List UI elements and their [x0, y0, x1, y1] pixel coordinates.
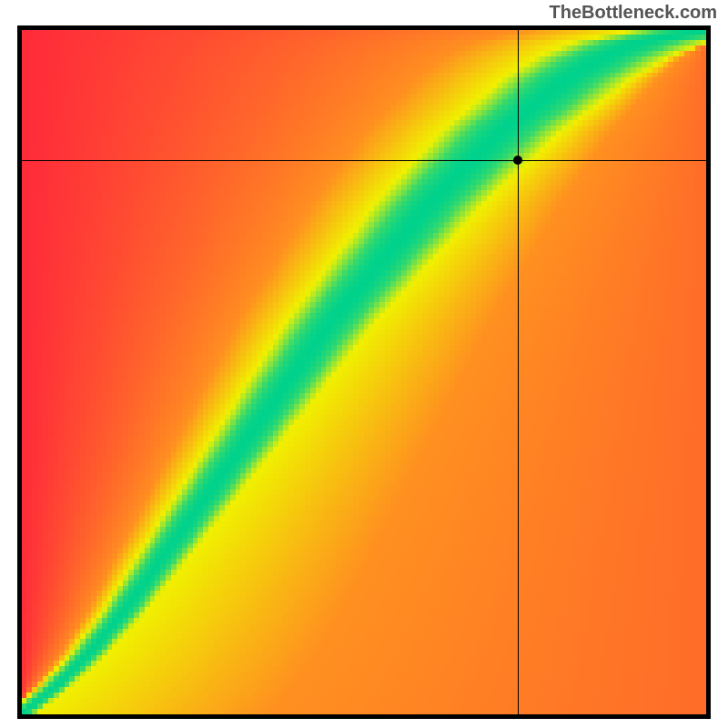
plot-frame	[17, 25, 711, 719]
crosshair-vertical	[518, 30, 519, 714]
heatmap-canvas	[22, 30, 706, 714]
crosshair-horizontal	[22, 160, 706, 161]
attribution-text: TheBottleneck.com	[550, 2, 717, 23]
data-marker-icon	[513, 156, 522, 165]
